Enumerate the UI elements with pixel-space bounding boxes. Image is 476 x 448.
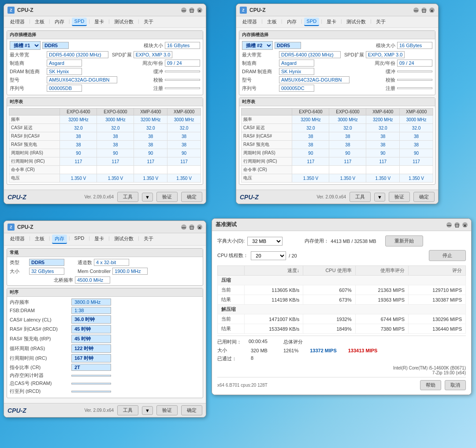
tools-btn-2[interactable]: 工具 — [350, 192, 371, 202]
menu-bench-3[interactable]: 测试分数 — [112, 235, 136, 244]
menu-about-2[interactable]: 关于 — [373, 18, 388, 26]
help-btn[interactable]: 帮助 — [420, 380, 441, 390]
check-val-2 — [397, 79, 432, 81]
menu-about-3[interactable]: 关于 — [141, 235, 156, 244]
slot-section-body-2: 插槽 #2 DDR5 模块大小 16 GBytes 最大带宽 DDR5-6400… — [239, 39, 435, 95]
menu-gpu-2[interactable]: 显卡 — [324, 18, 339, 26]
menu-spd-1[interactable]: SPD — [72, 18, 87, 26]
verify-btn-1[interactable]: 验证 — [156, 192, 178, 202]
tools-dd-2[interactable]: ▼ — [374, 193, 385, 202]
menu-bench-2[interactable]: 测试分数 — [344, 18, 368, 26]
window-controls-1: ─ □ × — [181, 7, 202, 13]
reg-val-2 — [397, 87, 432, 89]
menu-memory-1[interactable]: 内存 — [52, 18, 67, 26]
slot-select-2[interactable]: 插槽 #2 — [242, 41, 273, 50]
check-label-1: 校验 — [153, 77, 163, 83]
brand-1: CPU-Z — [7, 194, 81, 201]
maximize-btn-3[interactable]: □ — [189, 224, 194, 230]
ok-btn-1[interactable]: 确定 — [181, 192, 202, 202]
total-score1-val: 13372 MIPS — [310, 348, 337, 353]
cpuz-window-1: Z CPU-Z ─ □ × 处理器 | 主板 | 内存 | SPD | 显卡 |… — [4, 4, 206, 204]
menu-bench-1[interactable]: 测试分数 — [112, 18, 136, 26]
verify-btn-3[interactable]: 验证 — [156, 405, 178, 415]
menu-processor-1[interactable]: 处理器 — [7, 18, 27, 26]
menu-about-1[interactable]: 关于 — [141, 18, 156, 26]
close-btn-3[interactable]: × — [197, 224, 202, 230]
minimize-btn-2[interactable]: ─ — [413, 7, 419, 13]
menu-mainboard-3[interactable]: 主板 — [32, 235, 47, 244]
menu-processor-2[interactable]: 处理器 — [240, 18, 260, 26]
menu-spd-2[interactable]: SPD — [304, 18, 320, 26]
slot-row-2: 插槽 #2 DDR5 模块大小 16 GBytes — [242, 41, 432, 50]
verify-btn-2[interactable]: 验证 — [389, 192, 410, 202]
mfr-val-2: Asgard — [279, 60, 314, 67]
idle-val-3 — [71, 375, 111, 377]
bench-maximize[interactable]: □ — [454, 222, 460, 228]
rp-val-3: 45 时钟 — [71, 335, 111, 343]
dict-size-select[interactable]: 32 MB — [247, 237, 283, 246]
decompress-current-row: 当前 1471007 KB/s 1932% 6744 MIPS 130296 M… — [218, 314, 466, 324]
th-expo6400-2: EXPO-6400 — [292, 108, 329, 116]
menu-gpu-3[interactable]: 显卡 — [92, 235, 107, 244]
timing-row-cr-2: 命令率 (CR) — [242, 166, 433, 174]
serial-row-2: 序列号 000005DC 注册 — [242, 85, 432, 92]
bench-close[interactable]: × — [462, 222, 468, 228]
dram-val-2: SK Hynix — [279, 68, 314, 75]
titlebar-1: Z CPU-Z ─ □ × — [4, 4, 206, 16]
fsb-label-3: FSB:DRAM — [10, 308, 71, 313]
mfr-row-2: 制造商 Asgard 周次/年份 09 / 24 — [242, 60, 432, 67]
slot-section-title-2: 内存插槽选择 — [239, 31, 435, 39]
reg-label-1: 注册 — [153, 85, 163, 92]
menu-memory-2[interactable]: 内存 — [284, 18, 299, 26]
buf-label-1: 缓冲 — [153, 68, 163, 75]
tools-btn-3[interactable]: 工具 — [117, 405, 138, 415]
close-btn-1[interactable]: × — [197, 7, 202, 13]
cpu-threads-select[interactable]: 20 — [251, 251, 286, 260]
type-label-3: 类型 — [10, 259, 27, 266]
totalcas-row-3: 总CAS号 (RDRAM) — [10, 380, 200, 387]
menu-spd-3[interactable]: SPD — [72, 235, 87, 244]
serial-row-1: 序列号 000005DB 注册 — [10, 85, 200, 92]
minimize-btn-3[interactable]: ─ — [181, 224, 186, 230]
stats-area: 已用时间： 00:00:45 总体评分 大小 320 MB 1261% 1337… — [217, 339, 466, 375]
stop-btn[interactable]: 停止 — [429, 250, 466, 261]
mem-usage-val: 4413 MB / 32538 MB — [331, 239, 376, 244]
th-xmp6400-2: XMP-6400 — [366, 108, 400, 116]
tools-dd-3[interactable]: ▼ — [142, 406, 153, 415]
tools-dd-1[interactable]: ▼ — [142, 193, 153, 202]
decompress-header-row: 解压缩 — [218, 305, 466, 314]
maximize-btn-1[interactable]: □ — [189, 7, 194, 13]
rp-row-3: RAS# 预充电 (tRP) 45 时钟 — [10, 335, 200, 343]
th-expo6000-2: EXPO-6000 — [329, 108, 366, 116]
menu-processor-3[interactable]: 处理器 — [7, 235, 27, 244]
benchmark-window: 基准测试 ─ □ × 字典大小(D): 32 MB 内存使用： 4413 MB … — [212, 218, 472, 395]
close-btn-2[interactable]: × — [429, 7, 435, 13]
slot-section-body-1: 插槽 #1 DDR5 模块大小 16 GBytes 最大带宽 DDR5-6400… — [7, 39, 203, 95]
slot-select-1[interactable]: 插槽 #1 — [10, 41, 41, 50]
timing-row-trc-2: 行周期时间 (tRC) 117 117 117 117 — [242, 157, 433, 166]
cancel-btn[interactable]: 取消 — [445, 380, 466, 390]
bench-bottom: x64 6.B701 cpus:20 128T 帮助 取消 — [217, 380, 466, 390]
restart-btn[interactable]: 重新开始 — [385, 235, 423, 246]
ok-btn-3[interactable]: 确定 — [181, 405, 202, 415]
timing-row-freq-1: 频率 3200 MHz 3000 MHz 3200 MHz 3000 MHz — [9, 116, 201, 124]
th-xmp6000-2: XMP-6000 — [400, 108, 433, 116]
tools-btn-1[interactable]: 工具 — [117, 192, 138, 202]
minimize-btn-1[interactable]: ─ — [181, 7, 186, 13]
ok-btn-2[interactable]: 确定 — [413, 192, 435, 202]
menu-mainboard-2[interactable]: 主板 — [264, 18, 279, 26]
dram-label-2: DRAM 制造商 — [242, 68, 277, 75]
model-label-2: 型号 — [242, 77, 277, 83]
elapsed-label: 已用时间： — [217, 339, 242, 345]
bench-controls: ─ □ × — [446, 222, 468, 228]
maximize-btn-2[interactable]: □ — [421, 7, 427, 13]
fsb-val-3: 1:38 — [71, 307, 111, 314]
menu-mainboard-1[interactable]: 主板 — [32, 18, 47, 26]
menu-gpu-1[interactable]: 显卡 — [92, 18, 107, 26]
mfreq-label-3: 内存频率 — [10, 299, 71, 306]
th-empty-1 — [9, 108, 60, 116]
app-info: 7-Zip 19.00 (x64) — [217, 370, 466, 375]
menu-memory-3[interactable]: 内存 — [52, 235, 67, 244]
version-1: Ver. 2.09.0.x64 — [84, 194, 114, 199]
bench-minimize[interactable]: ─ — [446, 222, 452, 228]
